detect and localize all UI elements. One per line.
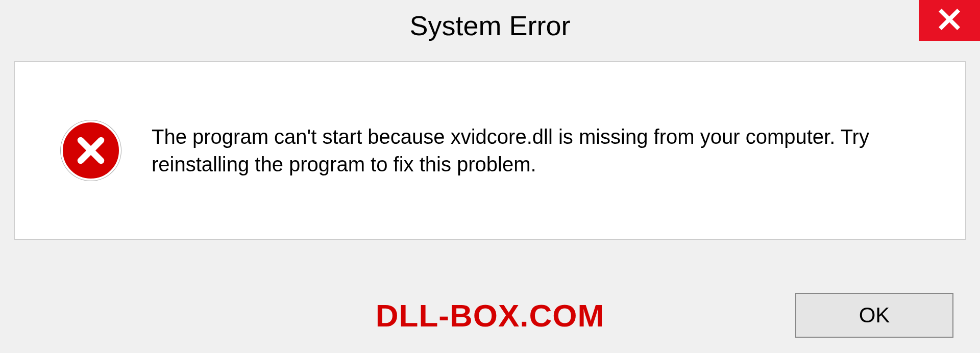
close-button[interactable] (919, 0, 980, 41)
error-icon (61, 120, 121, 181)
titlebar: System Error (0, 0, 980, 51)
dialog-footer: DLL-BOX.COM OK (0, 293, 980, 338)
watermark-text: DLL-BOX.COM (376, 297, 604, 334)
close-icon (938, 8, 961, 33)
dialog-title: System Error (409, 10, 570, 41)
dialog-message: The program can't start because xvidcore… (152, 123, 935, 178)
ok-button[interactable]: OK (795, 293, 953, 338)
dialog-content: The program can't start because xvidcore… (14, 61, 966, 240)
